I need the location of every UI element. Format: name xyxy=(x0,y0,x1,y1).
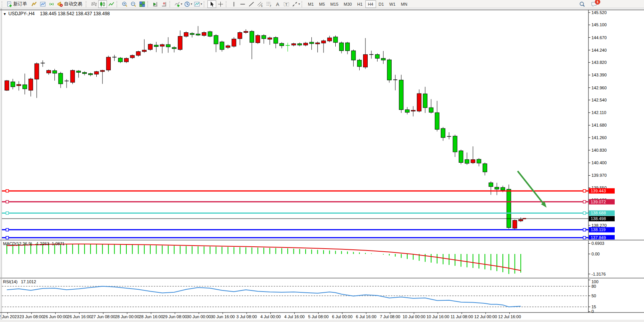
vertical-line-button[interactable] xyxy=(230,0,238,8)
timeframe-m30-button[interactable]: M30 xyxy=(341,0,354,8)
collapse-triangle-icon[interactable]: ▼ xyxy=(3,12,6,16)
zoom-in-button[interactable] xyxy=(120,0,129,8)
chat-button[interactable]: 1 xyxy=(590,0,598,8)
time-tick-label: 30 Jun 16:00 xyxy=(210,314,235,319)
line-handle[interactable] xyxy=(6,236,9,239)
timeframe-m1-button[interactable]: M1 xyxy=(305,0,316,8)
candle-body xyxy=(100,70,105,71)
timeframe-h4-button[interactable]: H4 xyxy=(365,0,376,8)
text-button[interactable]: A xyxy=(273,0,282,8)
autotrading-button[interactable]: 自动交易 xyxy=(56,0,85,8)
candle-body xyxy=(417,94,421,111)
zoom-out-button[interactable] xyxy=(129,0,138,8)
line-handle[interactable] xyxy=(583,200,586,203)
shapes-button[interactable]: ▾ xyxy=(291,0,301,8)
candle-body xyxy=(280,43,284,46)
fibonacci-button[interactable]: F xyxy=(265,0,273,8)
candle-body xyxy=(190,33,194,35)
rsi-indicator-label: RSI(14) xyxy=(3,279,18,284)
line-price-label: 139.443 xyxy=(591,189,606,193)
line-chart-icon xyxy=(108,1,115,7)
line-handle[interactable] xyxy=(583,236,586,239)
chevron-down-icon[interactable]: ▾ xyxy=(298,2,300,6)
templates-button[interactable]: ▾ xyxy=(193,0,203,8)
text-label-button[interactable]: T xyxy=(282,0,291,8)
candle-body xyxy=(375,54,379,58)
chart-stage[interactable]: 145.520145.100144.670144.240143.820143.3… xyxy=(0,8,644,322)
chart-svg[interactable]: 145.520145.100144.670144.240143.820143.3… xyxy=(0,8,644,322)
candle-body xyxy=(513,220,517,228)
candle-body xyxy=(166,44,170,47)
line-handle[interactable] xyxy=(583,212,586,214)
bar-chart-button[interactable] xyxy=(89,0,98,8)
shapes-icon xyxy=(292,1,298,7)
timeframe-h1-button[interactable]: H1 xyxy=(354,0,365,8)
timeframe-mn-button[interactable]: MN xyxy=(398,0,410,8)
scroll-to-end-button[interactable] xyxy=(151,0,160,8)
autotrading-icon xyxy=(57,1,63,7)
market-watch-button[interactable] xyxy=(38,0,47,8)
line-handle[interactable] xyxy=(583,190,586,192)
periods-button[interactable]: ▾ xyxy=(183,0,193,8)
candle-body xyxy=(184,32,188,36)
timeframe-m5-button[interactable]: M5 xyxy=(316,0,327,8)
chevron-down-icon[interactable]: ▾ xyxy=(181,2,182,6)
price-tick-label: 141.680 xyxy=(591,123,607,127)
time-tick-label: 30 Jun 00:00 xyxy=(187,314,211,319)
price-tick-label: 144.670 xyxy=(591,35,607,40)
candle-body xyxy=(88,74,92,75)
line-handle[interactable] xyxy=(6,200,9,203)
line-handle[interactable] xyxy=(6,228,9,231)
line-chart-button[interactable] xyxy=(107,0,116,8)
line-handle[interactable] xyxy=(583,228,586,231)
new-order-button[interactable]: 新订单 xyxy=(5,0,30,8)
candle-chart-button[interactable] xyxy=(98,0,107,8)
search-button[interactable] xyxy=(578,0,587,8)
candle-body xyxy=(154,45,158,47)
line-handle[interactable] xyxy=(6,212,9,214)
crosshair-button[interactable] xyxy=(216,0,225,8)
time-tick-label: 23 Jun 08:00 xyxy=(19,314,44,319)
svg-text:A: A xyxy=(276,1,279,7)
candle-body xyxy=(309,42,314,44)
indicators-button[interactable]: ▾ xyxy=(173,0,183,8)
line-price-label: 139.072 xyxy=(591,200,606,204)
equidistant-channel-button[interactable]: E xyxy=(256,0,265,8)
toolbar-grip xyxy=(2,1,4,7)
candle-body xyxy=(130,56,134,58)
candle-body xyxy=(226,46,230,48)
line-handle[interactable] xyxy=(6,190,9,192)
charts-button[interactable] xyxy=(30,0,38,8)
timeframe-w1-button[interactable]: W1 xyxy=(387,0,399,8)
toolbar-grip xyxy=(204,1,206,7)
candle-body xyxy=(94,71,99,74)
time-tick-label: 29 Jun 08:00 xyxy=(163,314,187,319)
candle-body xyxy=(29,79,33,90)
cursor-button[interactable] xyxy=(207,0,216,8)
new-order-icon xyxy=(6,1,13,7)
signal-button[interactable] xyxy=(47,0,56,8)
candle-body xyxy=(423,94,427,108)
timeframe-m15-button[interactable]: M15 xyxy=(328,0,341,8)
chevron-down-icon[interactable]: ▾ xyxy=(201,2,202,6)
horizontal-line-button[interactable] xyxy=(238,0,247,8)
tile-windows-icon xyxy=(139,1,145,7)
periods-icon xyxy=(184,1,190,7)
candle-body xyxy=(35,63,39,79)
candle-body xyxy=(519,219,523,221)
chevron-down-icon[interactable]: ▾ xyxy=(191,2,192,6)
timeframe-label: H4 xyxy=(368,2,373,6)
price-tick-label: 141.260 xyxy=(591,135,607,140)
candle-body xyxy=(244,31,248,32)
bid-price-label: 138.498 xyxy=(591,216,606,221)
price-tick-label: 144.240 xyxy=(591,48,607,52)
chart-background xyxy=(0,8,644,322)
equidistant-channel-icon: E xyxy=(257,1,263,7)
charts-icon xyxy=(31,1,37,7)
chart-shift-button[interactable] xyxy=(160,0,169,8)
tile-windows-button[interactable] xyxy=(138,0,147,8)
timeframe-d1-button[interactable]: D1 xyxy=(376,0,387,8)
toolbar-right-group: 1 xyxy=(578,0,598,8)
trendline-button[interactable] xyxy=(247,0,256,8)
text-label-icon: T xyxy=(283,1,290,7)
